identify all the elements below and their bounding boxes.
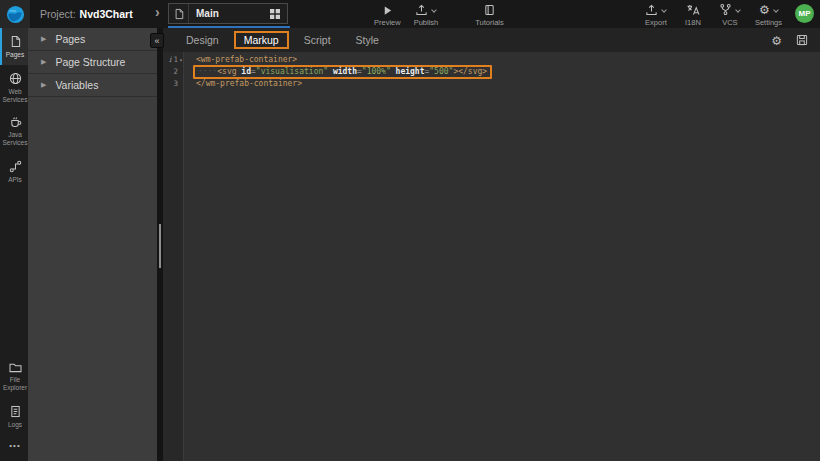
code-token: <wm-prefab-container> — [196, 55, 297, 64]
line-number: 3 — [173, 79, 178, 89]
activity-bar: PagesWeb ServicesJava ServicesAPIs File … — [0, 28, 28, 461]
tab-markup[interactable]: Markup — [234, 31, 289, 49]
sidebar-item-more[interactable]: ••• — [0, 434, 28, 457]
line-gutter: 3 — [163, 79, 184, 89]
sidebar-item-logs[interactable]: Logs — [0, 398, 28, 435]
connector-icon — [9, 160, 22, 173]
code-token: ···· — [198, 67, 217, 77]
code-line[interactable]: 2····<svg id="visualisation" width="100%… — [163, 65, 820, 79]
globe-icon — [9, 72, 22, 85]
code-line[interactable]: 3</wm-prefab-container> — [163, 79, 820, 89]
activity-bar-top: PagesWeb ServicesJava ServicesAPIs — [0, 28, 28, 190]
i18n-icon — [686, 3, 700, 16]
play-icon — [382, 3, 393, 16]
gear-icon: ⚙ — [759, 3, 778, 16]
code-token: width — [333, 67, 357, 77]
grid-icon[interactable] — [263, 9, 287, 19]
code-token: height — [396, 67, 425, 77]
line-gutter: i1▾ — [163, 55, 184, 65]
project-breadcrumb: Project: Nvd3Chart — [40, 0, 133, 28]
tab-design[interactable]: Design — [176, 31, 229, 49]
export-icon — [645, 3, 666, 16]
project-name: Nvd3Chart — [80, 8, 133, 20]
sidebar-item-java-services[interactable]: Java Services — [0, 109, 28, 153]
code-lines: i1▾<wm-prefab-container>2····<svg id="vi… — [163, 52, 820, 89]
editor-actions: ⚙ — [771, 28, 808, 52]
gear-icon: ⚙ — [771, 31, 782, 49]
page-icon — [10, 35, 21, 48]
logs-icon — [10, 405, 21, 418]
project-label: Project: — [40, 8, 76, 20]
header-toolbar-right-wrap: ExportI18NVCS⚙Settings MP — [644, 3, 814, 27]
section-expand-arrow-icon[interactable]: ▶ — [41, 81, 46, 89]
branch-icon — [719, 3, 740, 16]
line-gutter: 2 — [163, 67, 184, 77]
sidebar-item-web-services[interactable]: Web Services — [0, 65, 28, 110]
sidebar-item-apis[interactable]: APIs — [0, 153, 28, 190]
tab-script[interactable]: Script — [294, 31, 341, 49]
code-text: ····<svg id="visualisation" width="100%"… — [193, 65, 492, 79]
panel-section-label: Pages — [55, 33, 85, 45]
toolbar-button-label: Settings — [755, 18, 782, 27]
header-toolbar-right: ExportI18NVCS⚙Settings — [644, 3, 782, 27]
wavemaker-logo[interactable] — [0, 0, 30, 28]
panel-section-variables[interactable]: ▶Variables — [28, 74, 157, 97]
sidebar-item-pages[interactable]: Pages — [0, 28, 28, 65]
toolbar-button-label: I18N — [685, 18, 701, 27]
editor-tab-bar: DesignMarkupScriptStyle ⚙ — [163, 28, 820, 52]
sidebar-item-label: APIs — [8, 176, 22, 184]
toolbar-export-button[interactable]: Export — [644, 3, 668, 27]
editor-settings-button[interactable]: ⚙ — [771, 31, 782, 49]
sidebar-item-label: File Explorer — [2, 376, 28, 392]
section-expand-arrow-icon[interactable]: ▶ — [41, 35, 46, 43]
sidebar-item-label: Web Services — [2, 88, 28, 104]
page-tab-main[interactable]: Main — [168, 3, 288, 24]
panel-section-label: Page Structure — [55, 56, 125, 68]
toolbar-i18n-button[interactable]: I18N — [681, 3, 705, 27]
chevron-down-icon — [773, 7, 779, 13]
code-token: </wm-prefab-container> — [196, 79, 302, 88]
panel-section-pages[interactable]: ▶Pages — [28, 28, 157, 51]
sidebar-item-label: Logs — [8, 421, 22, 429]
folder-icon — [9, 362, 22, 373]
sidebar-item-file-explorer[interactable]: File Explorer — [0, 355, 28, 398]
section-expand-arrow-icon[interactable]: ▶ — [41, 58, 46, 66]
toolbar-button-label: VCS — [722, 18, 737, 27]
save-button[interactable] — [796, 34, 808, 46]
code-text: </wm-prefab-container> — [184, 79, 302, 89]
panel-resize-handle[interactable] — [159, 224, 161, 268]
toolbar-button-label: Tutorials — [475, 18, 503, 27]
line-number: 2 — [173, 67, 178, 77]
code-token: ></svg> — [453, 67, 487, 77]
info-marker-icon: i — [169, 55, 171, 65]
activity-bar-bottom: File ExplorerLogs••• — [0, 355, 28, 457]
panel-collapse-button[interactable]: « — [150, 33, 164, 48]
toolbar-publish-button[interactable]: Publish — [414, 3, 439, 27]
publish-icon — [415, 3, 436, 16]
user-avatar[interactable]: MP — [795, 4, 814, 23]
chevron-down-icon — [662, 7, 668, 13]
editor-area: DesignMarkupScriptStyle ⚙ i1▾<wm-prefab-… — [163, 28, 820, 461]
toolbar-vcs-button[interactable]: VCS — [718, 3, 742, 27]
toolbar-settings-button[interactable]: ⚙Settings — [755, 3, 782, 27]
code-editor[interactable]: i1▾<wm-prefab-container>2····<svg id="vi… — [163, 52, 820, 461]
toolbar-tutorials-button[interactable]: Tutorials — [475, 3, 503, 27]
code-token: "visualisation" — [256, 67, 328, 77]
code-token: <svg — [217, 67, 236, 77]
panel-section-page-structure[interactable]: ▶Page Structure — [28, 51, 157, 74]
save-icon — [796, 34, 808, 46]
editor-gutter — [163, 52, 184, 461]
book-icon — [484, 3, 495, 16]
tab-style[interactable]: Style — [346, 31, 389, 49]
wavemaker-ide: Project: Nvd3Chart › Main PreviewPublish… — [0, 0, 820, 461]
panel-section-label: Variables — [55, 79, 98, 91]
more-icon: ••• — [9, 441, 20, 451]
breadcrumb-chevron-icon: › — [155, 4, 160, 20]
sidebar-item-label: Java Services — [2, 131, 28, 147]
code-line[interactable]: i1▾<wm-prefab-container> — [163, 55, 820, 65]
chevron-down-icon — [736, 7, 742, 13]
toolbar-button-label: Export — [645, 18, 667, 27]
toolbar-preview-button[interactable]: Preview — [374, 3, 401, 27]
code-token: "100%" — [362, 67, 391, 77]
toolbar-button-label: Publish — [414, 18, 439, 27]
